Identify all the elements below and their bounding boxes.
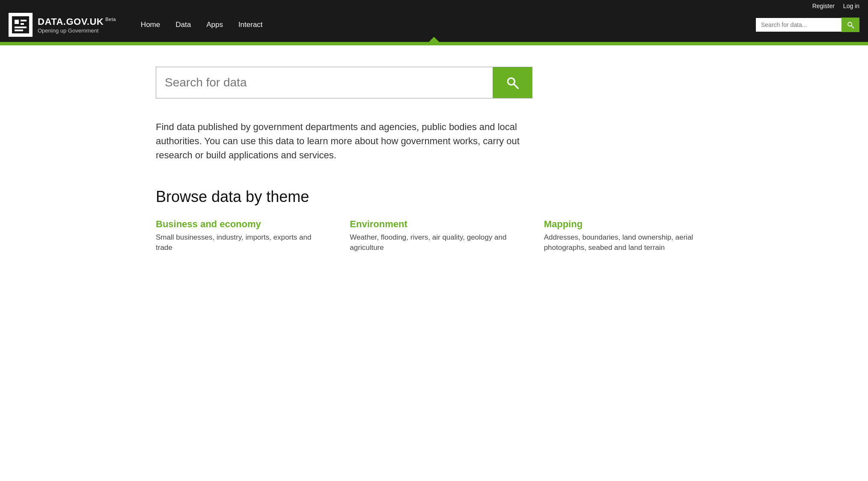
logo-icon (9, 13, 33, 37)
theme-business-link[interactable]: Business and economy (156, 219, 324, 230)
green-accent-bar (0, 42, 868, 45)
login-link[interactable]: Log in (843, 3, 859, 9)
theme-mapping: Mapping Addresses, boundaries, land owne… (544, 219, 712, 253)
logo-text-area: DATA.GOV.UKBeta Opening up Government (38, 16, 116, 34)
svg-line-9 (514, 84, 518, 88)
main-search-icon (505, 76, 519, 89)
browse-title: Browse data by theme (156, 188, 712, 206)
theme-environment-desc: Weather, flooding, rivers, air quality, … (350, 232, 518, 253)
svg-rect-1 (15, 20, 19, 24)
theme-mapping-desc: Addresses, boundaries, land ownership, a… (544, 232, 712, 253)
theme-environment-link[interactable]: Environment (350, 219, 518, 230)
theme-business-desc: Small businesses, industry, imports, exp… (156, 232, 324, 253)
header-search-button[interactable] (841, 18, 859, 32)
svg-rect-2 (21, 20, 27, 21)
svg-line-7 (851, 26, 853, 28)
register-link[interactable]: Register (812, 3, 835, 9)
logo-subtitle: Opening up Government (38, 27, 116, 34)
nav-data[interactable]: Data (168, 17, 199, 33)
theme-business: Business and economy Small businesses, i… (156, 219, 324, 253)
logo-link[interactable]: DATA.GOV.UKBeta Opening up Government (9, 13, 116, 37)
header-search (756, 18, 859, 32)
logo-title: DATA.GOV.UKBeta (38, 16, 116, 27)
theme-mapping-link[interactable]: Mapping (544, 219, 712, 230)
nav-home[interactable]: Home (133, 17, 168, 33)
svg-rect-3 (21, 23, 24, 25)
logo-svg (11, 15, 30, 34)
header-search-input[interactable] (756, 18, 841, 32)
svg-rect-4 (15, 27, 27, 28)
main-search-input[interactable] (156, 67, 493, 98)
site-description: Find data published by government depart… (156, 120, 541, 162)
header-top-bar: Register Log in (0, 0, 868, 9)
nav-interact[interactable]: Interact (231, 17, 271, 33)
svg-rect-5 (15, 30, 23, 31)
theme-environment: Environment Weather, flooding, rivers, a… (350, 219, 518, 253)
nav-apps[interactable]: Apps (199, 17, 231, 33)
large-search-form (156, 67, 532, 98)
themes-grid: Business and economy Small businesses, i… (156, 219, 712, 253)
main-content: Find data published by government depart… (134, 45, 734, 274)
header-search-icon (847, 21, 854, 29)
main-nav: Home Data Apps Interact (133, 17, 756, 33)
header: Register Log in DATA.GOV.UKBeta Opening … (0, 0, 868, 42)
main-search-button[interactable] (493, 67, 532, 98)
